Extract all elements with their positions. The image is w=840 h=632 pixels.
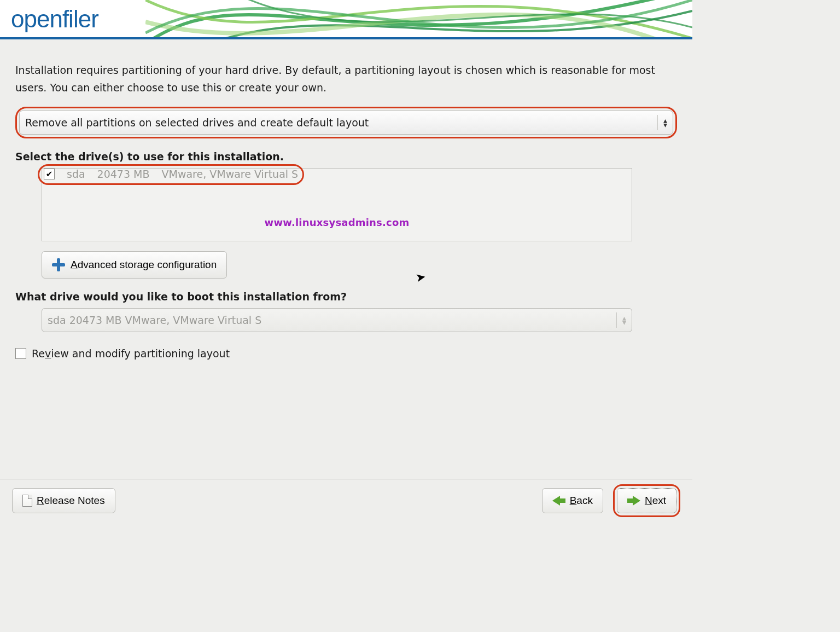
app-logo: openfiler [11, 5, 98, 33]
document-icon [22, 495, 32, 507]
release-notes-button[interactable]: Release Notes [12, 488, 115, 513]
main-content: Installation requires partitioning of yo… [0, 39, 692, 360]
select-drives-label: Select the drive(s) to use for this inst… [15, 150, 677, 163]
updown-icon: ▴▾ [616, 312, 632, 328]
next-label: Next [645, 495, 666, 507]
decorative-swirls [145, 0, 692, 39]
header-banner: openfiler [0, 0, 692, 39]
arrow-left-icon [552, 496, 565, 506]
boot-drive-selected: sda 20473 MB VMware, VMware Virtual S [42, 314, 616, 326]
advanced-storage-button[interactable]: Advanced storage configuration [42, 251, 227, 279]
drive-name: sda [67, 168, 85, 180]
footer-bar: Release Notes Back Next [0, 479, 692, 521]
intro-text: Installation requires partitioning of yo… [15, 61, 677, 97]
back-button[interactable]: Back [542, 488, 603, 513]
review-label[interactable]: Review and modify partitioning layout [32, 347, 230, 360]
drive-size: 20473 MB [97, 168, 150, 180]
release-notes-label: Release Notes [37, 495, 105, 507]
drive-row-highlight: ✔ sda 20473 MB VMware, VMware Virtual S [38, 164, 304, 185]
partition-layout-selected: Remove all partitions on selected drives… [20, 117, 657, 129]
boot-drive-label: What drive would you like to boot this i… [15, 291, 677, 303]
next-button-highlight: Next [613, 484, 680, 517]
layout-dropdown-highlight: Remove all partitions on selected drives… [15, 107, 677, 138]
drive-checkbox[interactable]: ✔ [44, 169, 55, 179]
review-checkbox[interactable] [15, 348, 26, 359]
drive-model: VMware, VMware Virtual S [162, 168, 299, 180]
arrow-right-icon [627, 496, 640, 506]
next-button[interactable]: Next [617, 488, 676, 513]
boot-drive-dropdown[interactable]: sda 20473 MB VMware, VMware Virtual S ▴▾ [42, 308, 632, 332]
partition-layout-dropdown[interactable]: Remove all partitions on selected drives… [19, 111, 673, 135]
updown-icon: ▴▾ [657, 115, 673, 130]
advanced-storage-label: Advanced storage configuration [71, 259, 217, 271]
plus-icon [52, 258, 65, 271]
drive-list[interactable]: ✔ sda 20473 MB VMware, VMware Virtual S … [42, 168, 632, 241]
review-partitioning-row: Review and modify partitioning layout [15, 347, 677, 360]
watermark-text: www.linuxsysadmins.com [265, 217, 410, 228]
back-label: Back [570, 495, 593, 507]
